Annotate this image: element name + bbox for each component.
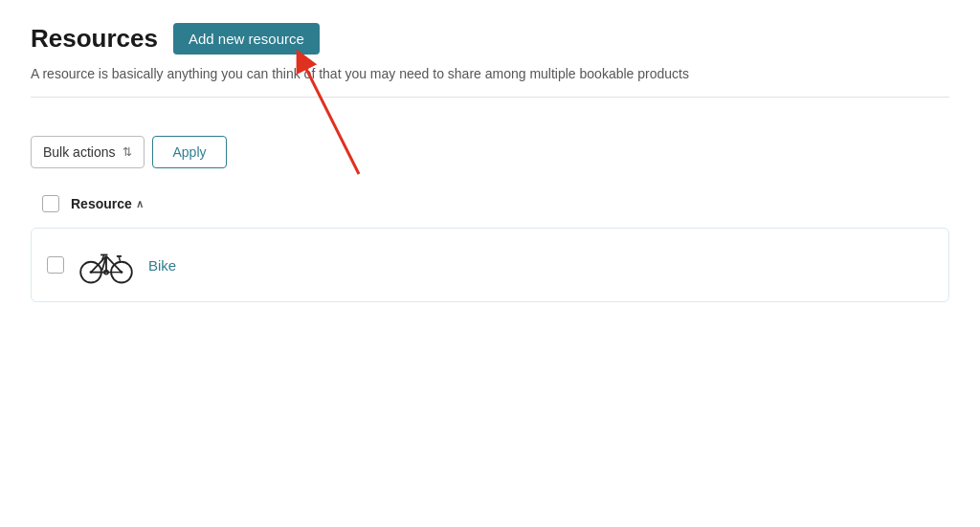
resource-row: Bike (31, 228, 949, 302)
page-header: Resources Add new resource (31, 23, 949, 55)
select-all-checkbox[interactable] (42, 195, 59, 212)
section-divider (31, 97, 949, 98)
sort-arrow-icon: ∧ (136, 198, 144, 210)
add-new-resource-button[interactable]: Add new resource (173, 23, 320, 55)
sort-icon: ⇅ (122, 145, 132, 159)
resource-column-header[interactable]: Resource ∧ (71, 196, 144, 211)
page-title: Resources (31, 24, 158, 54)
apply-button[interactable]: Apply (152, 136, 226, 168)
resource-name[interactable]: Bike (148, 257, 176, 274)
bike-icon (78, 244, 135, 286)
arrow-svg (282, 40, 397, 193)
svg-point-14 (90, 271, 93, 274)
bulk-actions-label: Bulk actions (43, 144, 115, 160)
svg-point-15 (121, 271, 123, 274)
arrow-annotation (282, 40, 397, 197)
page-description: A resource is basically anything you can… (31, 66, 892, 81)
bulk-actions-select[interactable]: Bulk actions ⇅ (31, 136, 145, 168)
bicycle-svg (78, 246, 134, 284)
bulk-actions-bar: Bulk actions ⇅ Apply (31, 136, 949, 168)
table-header: Resource ∧ (31, 187, 949, 220)
row-checkbox[interactable] (47, 256, 64, 274)
